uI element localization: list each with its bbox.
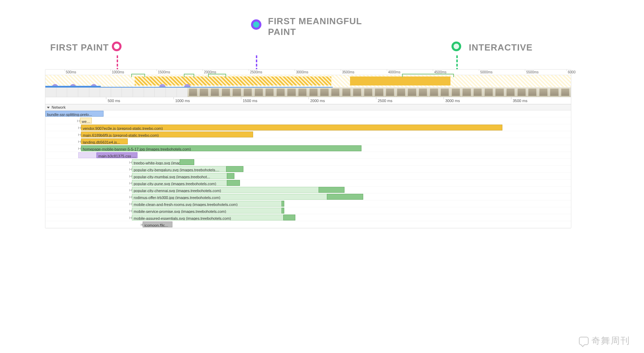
filmstrip-frame[interactable] [155,88,166,97]
filmstrip-frame[interactable] [330,88,341,97]
filmstrip-frame[interactable] [199,88,210,97]
filmstrip-frame[interactable] [221,88,232,97]
filmstrip-frame[interactable] [297,88,308,97]
network-row[interactable]: treebo-white-logo.svg (imag... [45,159,571,166]
main-tick: 3000 ms [444,97,444,99]
disclosure-triangle-icon[interactable] [47,107,50,109]
filmstrip-frame[interactable] [450,88,462,97]
network-row[interactable]: mobile-service-promise.svg (images.treeb… [45,207,571,214]
filmstrip-frame[interactable] [265,88,276,97]
main-ruler[interactable]: 500 ms1000 ms1500 ms2000 ms2500 ms3000 m… [45,97,571,104]
filmstrip-frame[interactable] [462,88,473,97]
filmstrip-frame[interactable] [516,88,527,97]
network-waterfall[interactable]: bundle-ssr-splitting-prelo...web...vendo… [45,110,571,228]
overview-tick-label: 3500ms [342,70,355,74]
filmstrip-frame[interactable] [363,88,374,97]
filmstrip-frame[interactable] [56,88,68,97]
network-row[interactable]: mobile-assured-essentials.svg (images.tr… [45,214,571,221]
network-row[interactable]: landing.db5631e4.js... [45,138,571,145]
request-bar-waiting [78,152,97,158]
network-row[interactable]: mobile-clean-and-fresh-rooms.svg (images… [45,200,571,207]
filmstrip-frame[interactable] [483,88,494,97]
request-bar[interactable]: main.b3c81375.css (pr... [97,152,137,158]
filmstrip-frame[interactable] [242,88,253,97]
request-bar[interactable]: mobile-service-promise.svg (images.treeb… [132,208,284,214]
filmstrip-frame[interactable] [352,88,363,97]
request-bar[interactable]: popular-city-pune.svg (images.treebohote… [132,180,240,186]
request-bar-download [281,208,284,214]
request-bar[interactable]: mobile-assured-essentials.svg (images.tr… [132,215,295,220]
filmstrip-frame[interactable] [253,88,265,97]
filmstrip-frame[interactable] [472,88,483,97]
filmstrip-frame[interactable] [407,88,418,97]
request-whisker [129,176,132,176]
network-row[interactable]: vendor.9007ec0e.js (preprod-static.treeb… [45,124,571,131]
network-row[interactable]: web... [45,117,571,124]
filmstrip-frame[interactable] [111,88,122,97]
network-row[interactable]: popular-city-bengaluru.svg (images.treeb… [45,166,571,173]
request-bar[interactable]: homepage-mobile-banner-5-5-17.jpg (image… [81,145,361,151]
request-bar[interactable]: web... [80,118,92,124]
filmstrip-frame[interactable] [308,88,319,97]
filmstrip-frame[interactable] [78,88,89,97]
network-row[interactable]: popular-city-mumbai.svg (images.treeboho… [45,173,571,180]
filmstrip-frame[interactable] [275,88,286,97]
network-row[interactable]: rodimus-offer-trb300.jpg (images.treeboh… [45,193,571,200]
filmstrip-frame[interactable] [440,88,451,97]
wechat-icon [579,337,589,345]
request-bar[interactable]: landing.db5631e4.js... [81,138,128,144]
filmstrip-frame[interactable] [133,88,144,97]
filmstrip-frame[interactable] [505,88,516,97]
main-tick-label: 2500 ms [378,99,392,103]
filmstrip-frame[interactable] [418,88,429,97]
network-row[interactable]: popular-city-chennai.svg (images.treeboh… [45,187,571,193]
request-bar[interactable]: bundle-ssr-splitting-prelo... [45,111,104,117]
request-bar[interactable]: popular-city-chennai.svg (images.treeboh… [132,187,345,193]
network-row[interactable]: popular-city-pune.svg (images.treebohote… [45,180,571,187]
request-bar[interactable]: vendor.9007ec0e.js (preprod-static.treeb… [81,125,502,130]
filmstrip-frame[interactable] [232,88,243,97]
main-tick: 2000 ms [308,97,309,99]
filmstrip-frame[interactable] [549,88,560,97]
filmstrip-frame[interactable] [188,88,199,97]
filmstrip-frame[interactable] [538,88,549,97]
network-row[interactable]: bundle-ssr-splitting-prelo... [45,110,571,117]
overview-ruler[interactable]: 500ms1000ms1500ms2000ms2500ms3000ms3500m… [45,70,571,75]
network-section-label: Network [52,105,65,109]
filmstrip-frame[interactable] [177,88,188,97]
request-bar[interactable]: popular-city-mumbai.svg (images.treeboho… [132,173,234,179]
filmstrip-frame[interactable] [67,88,78,97]
filmstrip-frame[interactable] [494,88,506,97]
overview-tick: 4500ms [433,70,433,71]
filmstrip-frame[interactable] [100,88,111,97]
request-bar[interactable]: main.6189b6f9.js (preprod-static.treebo.… [81,132,253,137]
filmstrip-frame[interactable] [396,88,407,97]
filmstrip-frame[interactable] [166,88,177,97]
network-row[interactable]: icomoon.f9c... [45,221,571,228]
filmstrip-frame[interactable] [45,88,56,97]
filmstrip-frame[interactable] [385,88,396,97]
request-bar-download [283,215,295,220]
overview-strip[interactable] [45,75,571,88]
filmstrip-frame[interactable] [122,88,133,97]
network-row[interactable]: homepage-mobile-banner-5-5-17.jpg (image… [45,145,571,152]
filmstrip-frame[interactable] [144,88,155,97]
filmstrip-frame[interactable] [286,88,297,97]
filmstrip-frame[interactable] [319,88,330,97]
filmstrip-frame[interactable] [374,88,385,97]
request-bar[interactable]: mobile-clean-and-fresh-rooms.svg (images… [132,201,284,207]
filmstrip-frame[interactable] [209,88,221,97]
network-section-header[interactable]: Network [45,104,571,110]
network-row[interactable]: main.6189b6f9.js (preprod-static.treebo.… [45,131,571,138]
request-bar[interactable]: icomoon.f9c... [143,221,172,227]
filmstrip-frame[interactable] [560,88,571,97]
network-row[interactable]: main.b3c81375.css (pr... [45,152,571,159]
request-whisker [129,211,132,211]
filmstrip-frame[interactable] [89,88,100,97]
marker-first-meaningful-paint [251,19,261,30]
filmstrip[interactable] [45,88,571,97]
request-bar-download [327,194,363,200]
filmstrip-frame[interactable] [527,88,538,97]
filmstrip-frame[interactable] [341,88,352,97]
filmstrip-frame[interactable] [429,88,440,97]
